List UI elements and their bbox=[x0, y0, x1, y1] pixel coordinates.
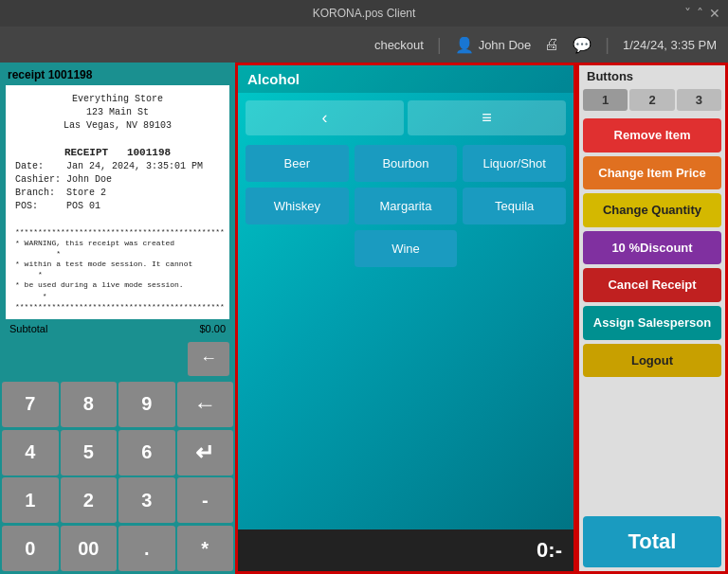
amount-display: 0:- bbox=[537, 538, 562, 563]
num-6[interactable]: 6 bbox=[118, 430, 175, 475]
num-1[interactable]: 1 bbox=[2, 477, 59, 523]
store-city: Las Vegas, NV 89103 bbox=[15, 119, 220, 133]
receipt-date: Date: Jan 24, 2024, 3:35:01 PM bbox=[15, 160, 220, 173]
nav-back-button[interactable]: ‹ bbox=[246, 100, 404, 135]
receipt-label: receipt 1001198 bbox=[8, 68, 92, 81]
receipt-branch: Branch: Store 2 bbox=[15, 187, 220, 200]
receipt-paper: Everything Store 123 Main St Las Vegas, … bbox=[6, 85, 229, 319]
logout-button[interactable]: Logout bbox=[583, 344, 721, 378]
tab-1[interactable]: 1 bbox=[583, 89, 628, 111]
subtotal-label: Subtotal bbox=[9, 323, 47, 334]
category-liquor-shot[interactable]: Liquor/Shot bbox=[463, 145, 566, 182]
num-2[interactable]: 2 bbox=[61, 477, 118, 523]
nav-divider-1: | bbox=[437, 35, 442, 55]
checkout-link[interactable]: checkout bbox=[374, 38, 424, 52]
minus-button[interactable]: - bbox=[177, 477, 234, 523]
subtotal-value: $0.00 bbox=[199, 323, 226, 334]
cancel-receipt-button[interactable]: Cancel Receipt bbox=[583, 268, 721, 302]
main-content: receipt 1001198 Everything Store 123 Mai… bbox=[0, 63, 728, 574]
user-nav[interactable]: 👤 John Doe bbox=[455, 36, 532, 54]
left-panel: receipt 1001198 Everything Store 123 Mai… bbox=[0, 63, 235, 574]
username-label: John Doe bbox=[479, 38, 532, 52]
title-bar: KORONA.pos Client ˅ ˄ ✕ bbox=[0, 0, 728, 27]
checkout-label: checkout bbox=[374, 38, 424, 52]
title-bar-controls[interactable]: ˅ ˄ ✕ bbox=[684, 6, 720, 21]
store-address: 123 Main St bbox=[15, 106, 220, 119]
title-bar-text: KORONA.pos Client bbox=[313, 7, 416, 20]
category-wine[interactable]: Wine bbox=[355, 230, 458, 267]
category-tequila[interactable]: Tequila bbox=[463, 188, 566, 224]
datetime-text: 1/24/24, 3:35 PM bbox=[623, 38, 717, 52]
num-8[interactable]: 8 bbox=[61, 382, 118, 427]
receipt-pos: POS: POS 01 bbox=[15, 200, 220, 213]
nav-divider-2: | bbox=[605, 35, 610, 55]
receipt-subtotal: Subtotal $0.00 bbox=[0, 319, 235, 338]
category-whiskey[interactable]: Whiskey bbox=[246, 188, 349, 224]
num-4[interactable]: 4 bbox=[2, 430, 59, 475]
receipt-header: receipt 1001198 bbox=[0, 63, 235, 85]
receipt-warning: ****************************************… bbox=[15, 226, 220, 312]
remove-item-button[interactable]: Remove Item bbox=[583, 118, 721, 152]
close-icon[interactable]: ✕ bbox=[709, 6, 720, 21]
num-9[interactable]: 9 bbox=[118, 382, 175, 427]
enter-button[interactable]: ↵ bbox=[177, 430, 234, 475]
category-grid: Beer Bourbon Liquor/Shot Whiskey Margari… bbox=[238, 139, 573, 273]
back-button[interactable]: ← bbox=[188, 342, 229, 376]
center-nav: ‹ ≡ bbox=[238, 93, 573, 139]
num-7[interactable]: 7 bbox=[2, 382, 59, 427]
num-5[interactable]: 5 bbox=[61, 430, 118, 475]
nav-menu-button[interactable]: ≡ bbox=[408, 100, 566, 135]
receipt-title: RECEIPT 1001198 bbox=[15, 146, 220, 160]
decimal-button[interactable]: . bbox=[118, 526, 175, 571]
store-name: Everything Store bbox=[15, 93, 220, 106]
receipt-cashier: Cashier: John Doe bbox=[15, 173, 220, 187]
tab-2[interactable]: 2 bbox=[629, 89, 674, 111]
category-margarita[interactable]: Margarita bbox=[355, 188, 458, 224]
total-button[interactable]: Total bbox=[583, 516, 721, 567]
num-0[interactable]: 0 bbox=[2, 526, 59, 571]
backspace-button[interactable]: ← bbox=[177, 382, 234, 427]
tab-row: 1 2 3 bbox=[579, 87, 725, 115]
right-panel: Buttons 1 2 3 Remove Item Change Item Pr… bbox=[576, 63, 728, 574]
category-beer[interactable]: Beer bbox=[246, 145, 349, 182]
assign-salesperson-button[interactable]: Assign Salesperson bbox=[583, 306, 721, 340]
center-header: Alcohol bbox=[238, 65, 573, 93]
category-bourbon[interactable]: Bourbon bbox=[355, 145, 458, 182]
maximize-icon[interactable]: ˄ bbox=[697, 6, 703, 21]
message-icon[interactable]: 💬 bbox=[573, 36, 592, 54]
person-icon: 👤 bbox=[455, 36, 474, 54]
right-header: Buttons bbox=[579, 65, 725, 87]
discount-button[interactable]: 10 %Discount bbox=[583, 231, 721, 265]
printer-icon[interactable]: 🖨 bbox=[544, 36, 559, 53]
num-00[interactable]: 00 bbox=[61, 526, 118, 571]
top-nav: checkout | 👤 John Doe 🖨 💬 | 1/24/24, 3:3… bbox=[0, 27, 728, 63]
multiply-button[interactable]: * bbox=[177, 526, 234, 571]
change-quantity-button[interactable]: Change Quantity bbox=[583, 193, 721, 227]
numpad: 7 8 9 ← 4 5 6 ↵ 1 2 3 - 0 00 . * bbox=[0, 380, 235, 574]
minimize-icon[interactable]: ˅ bbox=[684, 6, 691, 21]
num-3[interactable]: 3 bbox=[118, 477, 175, 523]
center-footer: 0:- bbox=[238, 529, 573, 571]
tab-3[interactable]: 3 bbox=[677, 89, 721, 111]
datetime-display: 1/24/24, 3:35 PM bbox=[623, 38, 717, 52]
action-buttons: Remove Item Change Item Price Change Qua… bbox=[579, 115, 725, 512]
back-button-row: ← bbox=[0, 338, 235, 380]
category-title: Alcohol bbox=[247, 71, 300, 87]
change-item-price-button[interactable]: Change Item Price bbox=[583, 156, 721, 190]
center-panel: Alcohol ‹ ≡ Beer Bourbon Liquor/Shot Whi… bbox=[235, 63, 576, 574]
